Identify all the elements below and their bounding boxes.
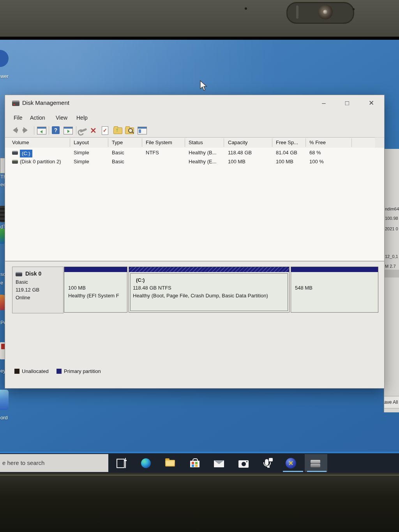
back-icon[interactable] bbox=[10, 127, 19, 133]
check-glyph: ✓ bbox=[103, 127, 107, 133]
desktop-icon-label[interactable]: e bbox=[0, 280, 3, 286]
menu-view[interactable]: View bbox=[56, 115, 67, 121]
desktop-icon-label[interactable]: ord bbox=[0, 415, 8, 421]
disk-graphical-view: Disk 0 Basic 119.12 GB Online 100 MB Hea… bbox=[12, 267, 378, 313]
delete-volume-icon[interactable]: ✕ bbox=[90, 126, 97, 135]
col-pct-free[interactable]: % Free bbox=[309, 140, 326, 145]
col-capacity[interactable]: Capacity bbox=[228, 140, 248, 145]
folder-up-icon[interactable]: ↑ bbox=[113, 127, 122, 134]
camera-icon[interactable] bbox=[238, 458, 249, 468]
partition-efi[interactable]: 100 MB Healthy (EFI System F bbox=[64, 267, 127, 313]
edge-icon[interactable] bbox=[140, 458, 152, 468]
volume-row-partition2[interactable]: (Disk 0 partition 2) Simple Basic Health… bbox=[5, 157, 384, 166]
cell-free-space: 100 MB bbox=[276, 159, 293, 164]
disk-management-app-icon bbox=[12, 101, 19, 106]
column-separator[interactable] bbox=[70, 138, 70, 147]
menu-action[interactable]: Action bbox=[30, 115, 45, 121]
col-status[interactable]: Status bbox=[189, 140, 203, 145]
disk0-status: Online bbox=[16, 295, 30, 300]
pane-splitter[interactable] bbox=[5, 261, 384, 262]
edge-swirl bbox=[141, 458, 151, 468]
desktop-icon-label[interactable]: wer bbox=[0, 73, 9, 79]
minimize-button[interactable]: – bbox=[315, 97, 332, 109]
task-view-frame bbox=[117, 459, 125, 468]
partition-size: 118.48 GB NTFS bbox=[133, 285, 171, 291]
col-type[interactable]: Type bbox=[112, 140, 123, 145]
webcam-lens bbox=[318, 5, 333, 19]
partition-color-strip bbox=[291, 267, 378, 272]
column-separator[interactable] bbox=[351, 138, 352, 147]
laptop-screen: wer Thu ee dT sof e Poir eyN ord ndim64 … bbox=[0, 37, 399, 474]
forward-icon[interactable] bbox=[21, 127, 31, 133]
mail-icon[interactable] bbox=[213, 458, 225, 468]
partition-c[interactable]: (C:) 118.48 GB NTFS Healthy (Boot, Page … bbox=[129, 267, 290, 313]
cell-capacity: 100 MB bbox=[228, 159, 245, 164]
disk0-type: Basic bbox=[16, 279, 28, 285]
tool-icon[interactable] bbox=[80, 128, 87, 133]
column-separator[interactable] bbox=[272, 138, 272, 147]
menu-file[interactable]: File bbox=[14, 115, 23, 121]
properties-check-icon[interactable]: ✓ bbox=[102, 126, 108, 135]
volume-table-header: Volume Layout Type File System Status Ca… bbox=[5, 137, 375, 148]
show-action-pane-icon[interactable] bbox=[64, 127, 73, 134]
col-volume[interactable]: Volume bbox=[12, 140, 29, 145]
cell-status: Healthy (E... bbox=[189, 159, 217, 164]
title-bar[interactable]: Disk Management – □ ✕ bbox=[5, 95, 384, 112]
cell-file-system: NTFS bbox=[146, 150, 159, 156]
voice-recorder-icon[interactable] bbox=[262, 458, 274, 468]
volume-row-c[interactable]: (C:) Simple Basic NTFS Healthy (B... 118… bbox=[5, 148, 384, 157]
column-separator[interactable] bbox=[108, 138, 108, 147]
legend-unallocated-swatch bbox=[14, 369, 19, 374]
col-free-space[interactable]: Free Sp... bbox=[276, 140, 298, 145]
taskbar: e here to search ✕ bbox=[0, 453, 399, 473]
legend-primary-swatch bbox=[56, 369, 62, 374]
desktop-icon-fragment[interactable] bbox=[0, 390, 9, 410]
partition-recovery[interactable]: 548 MB bbox=[291, 267, 378, 313]
col-layout[interactable]: Layout bbox=[74, 140, 89, 145]
save-all-button-fragment[interactable]: ave All I bbox=[384, 396, 399, 408]
task-view-icon[interactable] bbox=[116, 458, 127, 468]
folder-explore-icon[interactable] bbox=[125, 127, 134, 134]
column-separator[interactable] bbox=[185, 138, 185, 147]
store-tile-green bbox=[195, 462, 198, 464]
partition-size: 100 MB bbox=[68, 285, 86, 291]
magnifier-icon bbox=[128, 128, 133, 133]
volume-name-selected[interactable]: (C:) bbox=[20, 150, 32, 157]
cell-free-space: 81.04 GB bbox=[276, 150, 297, 156]
disk-stack-bottom bbox=[311, 464, 320, 467]
cell-type: Basic bbox=[112, 150, 124, 156]
mic-bubble bbox=[269, 458, 273, 461]
background-window-fragment: ndim64 100.98 2021 0 12_0,1 M 2.7 ave Al… bbox=[384, 149, 399, 412]
toolbar-separator bbox=[49, 126, 49, 135]
webcam-privacy-slider bbox=[296, 5, 298, 19]
cell-capacity: 118.48 GB bbox=[228, 150, 252, 156]
disk0-capacity: 119.12 GB bbox=[16, 287, 39, 293]
running-indicator bbox=[283, 471, 303, 472]
menu-help[interactable]: Help bbox=[76, 115, 88, 121]
legend: Unallocated Primary partition bbox=[5, 368, 384, 376]
column-separator[interactable] bbox=[305, 138, 306, 147]
microphone-dot bbox=[353, 8, 355, 10]
close-button[interactable]: ✕ bbox=[363, 97, 380, 109]
cell-pct-free: 100 % bbox=[309, 159, 324, 164]
taskbar-search-input[interactable]: e here to search bbox=[0, 454, 108, 472]
disk-management-taskbar-icon[interactable] bbox=[310, 458, 321, 468]
cell-pct-free: 68 % bbox=[309, 150, 321, 156]
disk-icon bbox=[16, 272, 22, 276]
columns-view-icon[interactable] bbox=[138, 127, 147, 134]
maximize-button[interactable]: □ bbox=[339, 97, 356, 109]
show-console-tree-icon[interactable] bbox=[37, 127, 46, 134]
file-explorer-icon[interactable] bbox=[164, 458, 176, 468]
col-file-system[interactable]: File System bbox=[146, 140, 172, 145]
column-separator[interactable] bbox=[142, 138, 142, 147]
column-separator[interactable] bbox=[224, 138, 224, 147]
laptop-top-bezel bbox=[0, 0, 399, 37]
disk0-info-panel[interactable]: Disk 0 Basic 119.12 GB Online bbox=[12, 267, 64, 313]
help-icon[interactable]: ? bbox=[52, 126, 60, 134]
store-icon[interactable] bbox=[189, 458, 201, 468]
disk-stack-top bbox=[311, 460, 320, 463]
cell-volume[interactable]: (Disk 0 partition 2) bbox=[20, 159, 61, 164]
cell-layout: Simple bbox=[74, 159, 89, 164]
blue-x-app-icon[interactable]: ✕ bbox=[285, 458, 297, 468]
mic-shape bbox=[265, 459, 268, 465]
